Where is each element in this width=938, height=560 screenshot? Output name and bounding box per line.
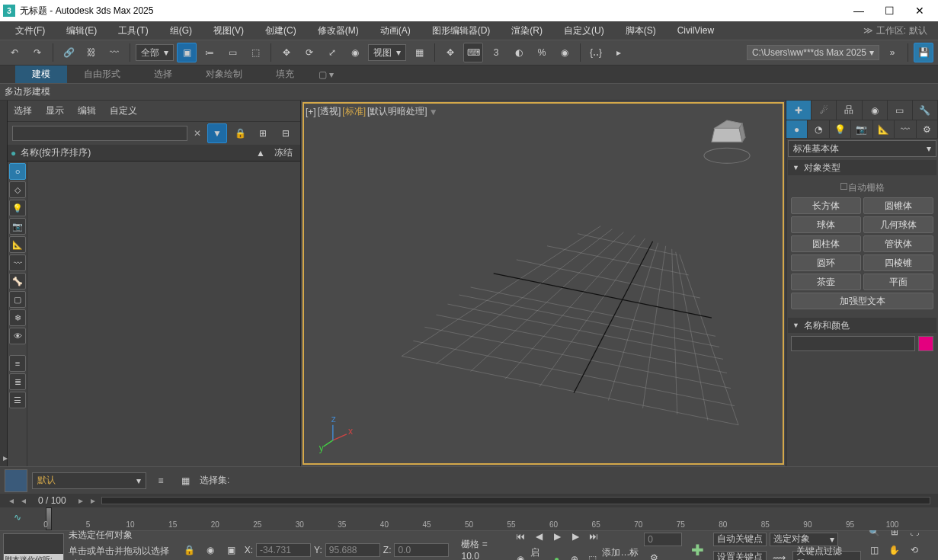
coord-x[interactable]: -34.731 [256, 543, 311, 557]
menu-animation[interactable]: 动画(A) [370, 24, 421, 37]
project-path[interactable]: C:\Users\ww***ds Max 2025 ▾ [747, 45, 879, 60]
filter-hidden-icon[interactable]: 👁 [9, 328, 26, 344]
scene-list[interactable] [27, 162, 300, 466]
spinner-snap-button[interactable]: ◉ [555, 43, 575, 62]
menu-group[interactable]: 组(G) [159, 24, 203, 37]
lock-selection-icon[interactable]: 🔒 [181, 540, 197, 560]
pan-icon[interactable]: ✋ [885, 542, 904, 558]
subtab-lights-icon[interactable]: 💡 [830, 120, 851, 138]
menu-create[interactable]: 创建(C) [255, 24, 307, 37]
unlink-button[interactable]: ⛓ [82, 43, 101, 62]
left-flyout[interactable]: ▸ [0, 101, 8, 466]
tab-populate[interactable]: 填充 [259, 66, 311, 83]
layer-explorer-icon[interactable]: ▦ [175, 471, 195, 491]
layer-manager-icon[interactable]: ≡ [151, 471, 171, 491]
prim-teapot[interactable]: 茶壶 [791, 274, 861, 290]
tab-freeform[interactable]: 自由形式 [67, 66, 137, 83]
layer-dropdown[interactable]: 默认▾ [32, 472, 146, 489]
subtab-cameras-icon[interactable]: 📷 [851, 120, 872, 138]
scene-tab-display[interactable]: 显示 [46, 104, 64, 117]
subtab-shapes-icon[interactable]: ◔ [808, 120, 829, 138]
fov-icon[interactable]: ◫ [866, 542, 884, 558]
ribbon-toggle[interactable]: ▢ ▾ [311, 66, 341, 83]
vp-filter-icon[interactable]: ▼ [429, 107, 438, 117]
time-config2-icon[interactable]: ⚙ [644, 548, 664, 561]
set-key-big-icon[interactable]: ✚ [687, 537, 709, 561]
list-mode1-icon[interactable]: ≡ [9, 355, 26, 372]
prim-pyramid[interactable]: 四棱锥 [863, 254, 933, 271]
filter-geometry-icon[interactable]: ○ [9, 163, 26, 180]
menu-modifiers[interactable]: 修改器(M) [307, 24, 370, 37]
filter-frozen-icon[interactable]: ❄ [9, 309, 26, 326]
filter-helpers-icon[interactable]: 📐 [9, 236, 26, 253]
menu-tools[interactable]: 工具(T) [107, 24, 158, 37]
link-button[interactable]: 🔗 [59, 43, 78, 62]
scene-tab-edit[interactable]: 编辑 [78, 104, 96, 117]
time-track[interactable] [101, 497, 930, 504]
autokey-button[interactable]: 自动关键点 [713, 533, 767, 546]
menu-customize[interactable]: 自定义(U) [553, 24, 615, 37]
scale-button[interactable]: ⤢ [322, 43, 342, 62]
coord-z[interactable]: 0.0 [394, 543, 449, 557]
menu-edit[interactable]: 编辑(E) [56, 24, 107, 37]
filter-bone-icon[interactable]: 🦴 [9, 273, 26, 290]
prim-tube[interactable]: 管状体 [863, 235, 933, 252]
minimize-button[interactable]: — [844, 0, 874, 21]
prim-cone[interactable]: 圆锥体 [863, 197, 933, 214]
time-next-icon[interactable]: ▸ [77, 495, 85, 506]
ref-coord-dropdown[interactable]: 视图 ▾ [368, 44, 406, 61]
orbit-icon[interactable]: ⟲ [905, 542, 924, 558]
lock-button[interactable]: 🔒 [230, 123, 250, 143]
name-column-header[interactable]: 名称(按升序排序) [21, 146, 251, 159]
filter-space-icon[interactable]: 〰 [9, 254, 26, 271]
time-prev-icon[interactable]: ◂ [20, 495, 27, 506]
rollout-namecolor-header[interactable]: ▼名称和颜色 [788, 318, 936, 333]
tab-modify-icon[interactable]: ☄ [812, 101, 837, 120]
list-mode3-icon[interactable]: ☰ [9, 392, 26, 408]
key-mode-icon[interactable]: ⟿ [770, 548, 789, 561]
pivot-button[interactable]: ▦ [409, 43, 429, 62]
keyfilter-button[interactable]: 关键点过滤器… [792, 551, 861, 561]
undo-button[interactable]: ↶ [5, 43, 24, 62]
tag-icon[interactable]: ⊕ [566, 549, 583, 561]
subtab-systems-icon[interactable]: ⚙ [917, 120, 938, 138]
maxscript-thumb[interactable]: 脚本迷你侦听: [3, 533, 64, 561]
tab-hierarchy-icon[interactable]: 品 [837, 101, 862, 120]
expand-button[interactable]: ⊞ [253, 123, 273, 143]
prim-geosphere[interactable]: 几何球体 [863, 216, 933, 233]
tab-motion-icon[interactable]: ◉ [863, 101, 888, 120]
list-mode2-icon[interactable]: ≣ [9, 373, 26, 390]
tab-objectpaint[interactable]: 对象绘制 [189, 66, 259, 83]
subtab-space-icon[interactable]: 〰 [895, 120, 916, 138]
isolate-icon[interactable]: ◉ [202, 540, 219, 560]
time-config-icon[interactable]: ◉ [512, 549, 529, 561]
vp-perspective[interactable]: [透视] [318, 105, 341, 118]
filter-lights-icon[interactable]: 💡 [9, 200, 26, 216]
close-button[interactable]: ✕ [904, 0, 935, 21]
prim-cylinder[interactable]: 圆柱体 [791, 235, 861, 252]
manipulate-button[interactable]: ✥ [440, 43, 460, 62]
workspace-selector[interactable]: ≫ 工作区: 默认 [857, 24, 933, 37]
filter-cameras-icon[interactable]: 📷 [9, 218, 26, 235]
vp-shading[interactable]: [默认明暗处理] [367, 105, 427, 118]
autogrid-checkbox[interactable]: ☐ 自动栅格 [791, 178, 933, 197]
named-selection-button[interactable]: {‥} [586, 43, 606, 62]
redo-button[interactable]: ↷ [27, 43, 47, 62]
window-crossing-button[interactable]: ⬚ [245, 43, 265, 62]
scene-tab-select[interactable]: 选择 [14, 104, 32, 117]
setkey-button[interactable]: 设置关键点 [713, 551, 767, 561]
move-button[interactable]: ✥ [277, 43, 296, 62]
prim-plane[interactable]: 平面 [863, 274, 933, 290]
filter-shapes-icon[interactable]: ◇ [9, 181, 26, 198]
menu-rendering[interactable]: 渲染(R) [501, 24, 553, 37]
mirror-button[interactable]: ▸ [609, 43, 629, 62]
rollout-objtype-header[interactable]: ▼对象类型 [788, 160, 936, 175]
tab-display-icon[interactable]: ▭ [888, 101, 913, 120]
cube-add-icon[interactable]: ⬚ [584, 549, 601, 561]
selection-lock-icon[interactable]: ▣ [223, 540, 240, 560]
viewport-canvas[interactable]: x z y [303, 102, 784, 465]
angle-snap-button[interactable]: ◐ [509, 43, 529, 62]
viewport[interactable]: [+] [透视] [标准] [默认明暗处理] ▼ [301, 101, 786, 466]
prim-textplus[interactable]: 加强型文本 [791, 293, 933, 309]
scene-tab-customize[interactable]: 自定义 [110, 104, 137, 117]
